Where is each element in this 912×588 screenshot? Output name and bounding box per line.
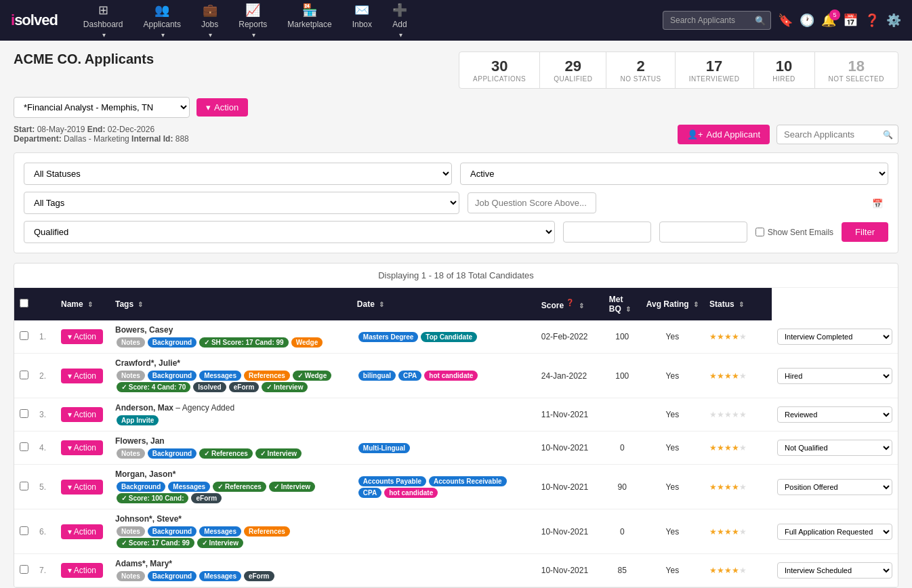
end-label: End: bbox=[87, 125, 106, 134]
row-checkbox[interactable] bbox=[20, 442, 28, 451]
nav-item-applicants[interactable]: 👥 Applicants ▾ bbox=[134, 0, 190, 44]
app-logo[interactable]: isolved bbox=[11, 12, 58, 29]
col-metbq[interactable]: MetBQ ⇕ bbox=[604, 288, 641, 320]
candidate-name: Bowers, Casey bbox=[115, 325, 346, 335]
row-checkbox[interactable] bbox=[20, 331, 28, 340]
star-full: ★ bbox=[724, 371, 732, 381]
stat-num-interviewed: 17 bbox=[689, 58, 740, 75]
col-status[interactable]: Status ⇕ bbox=[704, 288, 772, 320]
candidate-status-select[interactable]: Interview CompletedHiredReviewedNot Qual… bbox=[777, 479, 892, 495]
col-score[interactable]: Score ❓ ⇕ bbox=[536, 288, 604, 320]
candidate-status-select[interactable]: Interview CompletedHiredReviewedNot Qual… bbox=[777, 406, 892, 423]
row-action-button[interactable]: ▾ Action bbox=[61, 440, 103, 455]
stat-num-nostatus: 2 bbox=[620, 58, 661, 75]
filter-button[interactable]: Filter bbox=[842, 222, 888, 242]
end-date: 02-Dec-2026 bbox=[108, 125, 154, 134]
candidate-status-select[interactable]: Interview CompletedHiredReviewedNot Qual… bbox=[777, 440, 892, 456]
candidate-date-cell: 10-Nov-2021 bbox=[536, 554, 604, 587]
bookmark-icon[interactable]: 🔖 bbox=[778, 13, 793, 28]
candidate-status-select[interactable]: Interview CompletedHiredReviewedNot Qual… bbox=[777, 562, 892, 579]
dept-value: Dallas - Marketing bbox=[64, 134, 129, 144]
name-tags-row: App Invite bbox=[115, 415, 346, 426]
name-tag-pill: References bbox=[244, 526, 290, 537]
date-to-input[interactable]: 11-Apr-2022 bbox=[659, 222, 747, 243]
row-action-button[interactable]: ▾ Action bbox=[61, 329, 103, 344]
candidate-date-cell: 10-Nov-2021 bbox=[536, 465, 604, 509]
jobs-icon: 💼 bbox=[203, 3, 217, 18]
history-icon[interactable]: 🕐 bbox=[800, 13, 814, 28]
filter-row-1: All Statuses Active bbox=[24, 163, 888, 185]
score-filter-input[interactable] bbox=[468, 192, 596, 213]
name-tag-pill: ✓ Score: 4 Cand: 70 bbox=[117, 382, 190, 392]
chevron-down-icon: ▾ bbox=[161, 31, 165, 39]
candidate-score-cell: 0 bbox=[604, 509, 641, 554]
add-applicant-button[interactable]: 👤+ Add Applicant bbox=[678, 125, 770, 144]
stat-label-interviewed: INTERVIEWED bbox=[689, 75, 740, 83]
tags-filter[interactable]: All Tags bbox=[24, 192, 459, 214]
candidate-name: Crawford*, Julie* bbox=[115, 358, 346, 368]
row-checkbox-cell bbox=[14, 554, 34, 587]
nav-item-reports[interactable]: 📈 Reports ▾ bbox=[229, 0, 276, 44]
show-emails-checkbox[interactable] bbox=[755, 228, 764, 236]
row-action-button[interactable]: ▾ Action bbox=[61, 563, 103, 578]
candidate-status-select[interactable]: Interview CompletedHiredReviewedNot Qual… bbox=[777, 524, 892, 540]
job-select[interactable]: *Financial Analyst - Memphis, TN bbox=[14, 97, 190, 118]
star-full: ★ bbox=[724, 482, 732, 492]
row-action-button[interactable]: ▾ Action bbox=[61, 480, 103, 495]
date-from-input[interactable]: 08-Jan-2018 bbox=[563, 222, 651, 243]
row-checkbox[interactable] bbox=[20, 526, 28, 535]
search-container: 🔍 bbox=[663, 11, 771, 30]
name-tag-pill: Messages bbox=[168, 482, 210, 492]
row-action-button[interactable]: ▾ Action bbox=[61, 369, 103, 383]
candidate-tags-cell: bilingualCPAhot candidate bbox=[352, 354, 536, 398]
name-tag-pill: eForm bbox=[229, 382, 260, 392]
candidate-status-cell: Interview CompletedHiredReviewedNot Qual… bbox=[772, 554, 898, 587]
name-tag-pill: eForm bbox=[244, 571, 274, 581]
star-full: ★ bbox=[732, 566, 739, 575]
name-tag-pill: ✓ Wedge bbox=[293, 371, 331, 381]
candidate-status-select[interactable]: Interview CompletedHiredReviewedNot Qual… bbox=[777, 329, 892, 345]
row-action-button[interactable]: ▾ Action bbox=[61, 524, 103, 539]
nav-item-inbox[interactable]: ✉️ Inbox bbox=[343, 0, 381, 44]
select-all-checkbox[interactable] bbox=[20, 299, 28, 308]
star-full: ★ bbox=[717, 566, 724, 575]
col-date[interactable]: Date ⇕ bbox=[352, 288, 536, 320]
col-rating[interactable]: Avg Rating ⇕ bbox=[641, 288, 704, 320]
nav-item-dashboard[interactable]: ⊞ Dashboard ▾ bbox=[74, 0, 133, 44]
notification-bell[interactable]: 🔔 5 bbox=[821, 13, 836, 28]
show-emails-label[interactable]: Show Sent Emails bbox=[755, 228, 833, 237]
candidate-metbq-cell: Yes bbox=[641, 465, 704, 509]
nav-item-marketplace[interactable]: 🏪 Marketplace bbox=[278, 0, 341, 44]
row-checkbox[interactable] bbox=[20, 409, 28, 418]
candidate-tags-cell bbox=[352, 398, 536, 432]
candidate-name: Flowers, Jan bbox=[115, 436, 346, 446]
status-filter[interactable]: All Statuses bbox=[24, 163, 452, 185]
star-full: ★ bbox=[709, 371, 717, 381]
table-row: 2. ▾ Action Crawford*, Julie* NotesBackg… bbox=[14, 354, 898, 398]
search-applicants-input[interactable] bbox=[776, 125, 898, 144]
col-name[interactable]: Name ⇕ bbox=[56, 288, 110, 320]
row-checkbox-cell bbox=[14, 465, 34, 509]
candidate-metbq-cell: Yes bbox=[641, 320, 704, 354]
qualified-filter[interactable]: Qualified bbox=[24, 221, 555, 243]
candidate-status-select[interactable]: Interview CompletedHiredReviewedNot Qual… bbox=[777, 368, 892, 384]
action-button[interactable]: ▾ Action bbox=[196, 98, 248, 117]
row-checkbox[interactable] bbox=[20, 565, 28, 574]
row-checkbox[interactable] bbox=[20, 371, 28, 379]
row-number: 3. bbox=[34, 398, 56, 432]
nav-item-jobs[interactable]: 💼 Jobs ▾ bbox=[192, 0, 228, 44]
star-full: ★ bbox=[724, 527, 732, 537]
star-empty: ★ bbox=[739, 410, 747, 419]
table-row: 1. ▾ Action Bowers, Casey NotesBackgroun… bbox=[14, 320, 898, 354]
active-filter[interactable]: Active bbox=[460, 163, 888, 185]
col-tags[interactable]: Tags ⇕ bbox=[110, 288, 352, 320]
col-num bbox=[34, 288, 56, 320]
nav-item-add[interactable]: ➕ Add ▾ bbox=[383, 0, 417, 44]
calendar-icon[interactable]: 📅 bbox=[843, 13, 858, 28]
settings-icon[interactable]: ⚙️ bbox=[886, 13, 901, 28]
help-icon[interactable]: ❓ bbox=[865, 13, 879, 28]
stat-label-applications: APPLICATIONS bbox=[473, 75, 526, 83]
star-full: ★ bbox=[709, 482, 717, 492]
row-action-button[interactable]: ▾ Action bbox=[61, 407, 103, 422]
row-checkbox[interactable] bbox=[20, 482, 28, 490]
